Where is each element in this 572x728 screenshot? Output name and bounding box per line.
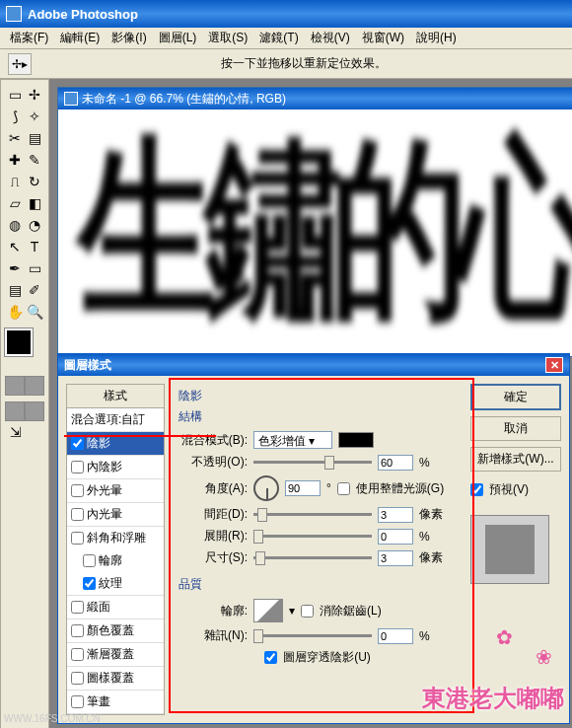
stamp-tool-icon[interactable]: ⎍: [5, 171, 25, 192]
mode1-icon[interactable]: [5, 401, 25, 421]
style-contour[interactable]: 輪廓: [67, 549, 164, 572]
fg-color-swatch[interactable]: [5, 328, 33, 356]
style-outer-glow[interactable]: 外光暈: [67, 479, 164, 503]
global-light-label: 使用整體光源(G): [356, 480, 444, 497]
noise-input[interactable]: [378, 628, 413, 644]
hand-tool-icon[interactable]: ✋: [5, 301, 25, 323]
opacity-input[interactable]: [378, 455, 413, 471]
style-drop-shadow[interactable]: 陰影: [67, 432, 164, 456]
dialog-titlebar[interactable]: 圖層樣式 ✕: [58, 354, 569, 376]
drop-shadow-checkbox[interactable]: [71, 437, 84, 450]
mode2-icon[interactable]: [25, 401, 44, 421]
lasso-tool-icon[interactable]: ⟆: [5, 106, 25, 127]
spread-input[interactable]: [378, 529, 413, 545]
bevel-checkbox[interactable]: [71, 532, 84, 545]
stroke-checkbox[interactable]: [71, 695, 84, 708]
blend-mode-select[interactable]: 色彩增值 ▾: [253, 431, 332, 449]
style-pattern-overlay[interactable]: 圖樣覆蓋: [67, 667, 164, 691]
style-inner-glow[interactable]: 內光暈: [67, 503, 164, 527]
contour-picker[interactable]: [253, 599, 283, 622]
shadow-color-swatch[interactable]: [338, 432, 374, 448]
distance-slider[interactable]: [253, 513, 372, 516]
menu-select[interactable]: 選取(S): [202, 28, 253, 48]
options-bar: ✢▸ 按一下並拖移以重新定位效果。: [0, 49, 572, 79]
quickmask-icon[interactable]: [5, 376, 25, 396]
style-inner-shadow[interactable]: 內陰影: [67, 456, 164, 479]
gradient-overlay-checkbox[interactable]: [71, 648, 84, 661]
size-label: 尺寸(S):: [179, 549, 248, 566]
screenmode-icon[interactable]: [25, 376, 44, 396]
marquee-tool-icon[interactable]: ▭: [5, 84, 25, 106]
angle-input[interactable]: [285, 480, 321, 496]
app-icon: [6, 6, 22, 22]
menu-layer[interactable]: 圖層(L): [153, 28, 203, 48]
new-style-button[interactable]: 新增樣式(W)...: [470, 447, 561, 472]
menu-image[interactable]: 影像(I): [106, 28, 152, 48]
menu-view[interactable]: 檢視(V): [305, 28, 356, 48]
move-icon[interactable]: ✢: [25, 84, 44, 106]
type-tool-icon[interactable]: T: [25, 236, 44, 257]
color-overlay-checkbox[interactable]: [71, 624, 84, 637]
pattern-overlay-checkbox[interactable]: [71, 672, 84, 685]
menu-help[interactable]: 說明(H): [410, 28, 463, 48]
preview-checkbox[interactable]: [470, 483, 483, 496]
style-stroke[interactable]: 筆畫: [67, 691, 164, 714]
inner-shadow-checkbox[interactable]: [71, 461, 84, 473]
texture-checkbox[interactable]: [83, 577, 96, 590]
style-list: 樣式 混合選項:自訂 陰影 內陰影 外光暈 內光暈 斜角和浮雕 輪廓 紋理 緞面…: [66, 384, 165, 715]
eraser-tool-icon[interactable]: ▱: [5, 192, 25, 214]
distance-input[interactable]: [378, 507, 413, 523]
brush-tool-icon[interactable]: ✎: [25, 149, 44, 171]
gradient-tool-icon[interactable]: ◧: [25, 192, 44, 214]
heal-tool-icon[interactable]: ✚: [5, 149, 25, 171]
blending-options-item[interactable]: 混合選項:自訂: [67, 408, 164, 432]
dodge-tool-icon[interactable]: ◔: [25, 214, 44, 236]
antialias-checkbox[interactable]: [301, 605, 314, 618]
style-bevel[interactable]: 斜角和浮雕: [67, 527, 164, 549]
inner-glow-checkbox[interactable]: [71, 508, 84, 521]
move-tool-icon[interactable]: ✢▸: [8, 53, 32, 75]
jump-icon[interactable]: ⇲: [5, 421, 27, 443]
menu-window[interactable]: 視窗(W): [356, 28, 410, 48]
doc-icon: [64, 92, 78, 106]
noise-slider[interactable]: [253, 634, 372, 637]
spread-slider[interactable]: [253, 535, 372, 538]
global-light-checkbox[interactable]: [337, 482, 350, 495]
outer-glow-checkbox[interactable]: [71, 484, 84, 497]
quality-label: 品質: [179, 576, 457, 593]
color-swatches[interactable]: [5, 328, 46, 370]
menu-filter[interactable]: 濾鏡(T): [253, 28, 304, 48]
style-gradient-overlay[interactable]: 漸層覆蓋: [67, 643, 164, 667]
style-satin[interactable]: 緞面: [67, 596, 164, 619]
opacity-label: 不透明(O):: [179, 454, 248, 471]
opacity-slider[interactable]: [253, 461, 372, 464]
cancel-button[interactable]: 取消: [470, 416, 561, 441]
path-tool-icon[interactable]: ↖: [5, 236, 25, 257]
style-texture[interactable]: 紋理: [67, 572, 164, 596]
pen-tool-icon[interactable]: ✒: [5, 257, 25, 279]
angle-dial[interactable]: [253, 475, 279, 501]
size-slider[interactable]: [253, 556, 372, 559]
menu-file[interactable]: 檔案(F): [4, 28, 54, 48]
styles-header[interactable]: 樣式: [67, 385, 164, 408]
size-input[interactable]: [378, 550, 413, 566]
menu-edit[interactable]: 編輯(E): [54, 28, 106, 48]
contour-dropdown-icon[interactable]: ▾: [289, 604, 295, 618]
knockout-checkbox[interactable]: [264, 651, 277, 664]
zoom-tool-icon[interactable]: 🔍: [25, 301, 44, 323]
blur-tool-icon[interactable]: ◍: [5, 214, 25, 236]
ok-button[interactable]: 確定: [470, 384, 561, 410]
wand-tool-icon[interactable]: ✧: [25, 106, 44, 127]
contour-checkbox[interactable]: [83, 554, 96, 567]
history-brush-icon[interactable]: ↻: [25, 171, 44, 192]
style-color-overlay[interactable]: 顏色覆蓋: [67, 619, 164, 643]
crop-tool-icon[interactable]: ✂: [5, 127, 25, 149]
canvas[interactable]: 生鏽的心情: [58, 109, 572, 356]
document-titlebar[interactable]: 未命名 -1 @ 66.7% (生鏽的心情, RGB): [58, 88, 572, 109]
shape-tool-icon[interactable]: ▭: [25, 257, 44, 279]
slice-tool-icon[interactable]: ▤: [25, 127, 44, 149]
satin-checkbox[interactable]: [71, 601, 84, 614]
close-icon[interactable]: ✕: [545, 357, 563, 373]
notes-tool-icon[interactable]: ▤: [5, 279, 25, 301]
eyedropper-tool-icon[interactable]: ✐: [25, 279, 44, 301]
